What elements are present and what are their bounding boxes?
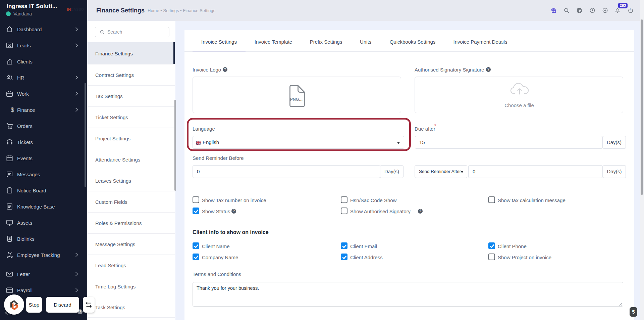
svg-text:PNG...: PNG...	[290, 97, 303, 102]
